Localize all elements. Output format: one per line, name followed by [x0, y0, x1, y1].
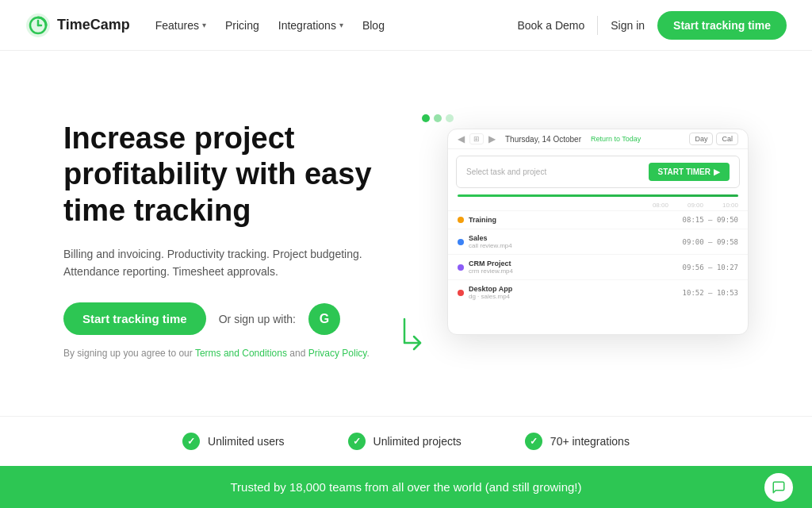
start-tracking-button[interactable]: Start tracking time — [63, 302, 206, 335]
sign-in-link[interactable]: Sign in — [611, 19, 645, 32]
feature-item-projects: ✓ Unlimited projects — [348, 433, 462, 450]
logo[interactable]: TimeCamp — [25, 13, 130, 38]
start-timer-button[interactable]: START TIMER ▶ — [649, 163, 730, 181]
table-row: CRM Project crm review.mp4 09:56 – 10:27 — [448, 254, 748, 279]
logo-text: TimeCamp — [57, 17, 130, 33]
check-icon-integrations: ✓ — [525, 433, 542, 450]
or-signup-text: Or sign up with: — [219, 313, 296, 325]
app-mockup: ◀ ⊞ ▶ Thursday, 14 October Return to Tod… — [447, 129, 749, 335]
table-row: Training 08:15 – 09:50 — [448, 210, 748, 229]
entry-color-dot — [458, 217, 464, 223]
chevron-down-icon-2: ▾ — [339, 21, 343, 29]
terms-link[interactable]: Terms and Conditions — [195, 348, 287, 359]
day-btn[interactable]: Day — [689, 133, 713, 145]
check-icon-users: ✓ — [182, 433, 200, 450]
deco-dots — [420, 113, 468, 124]
mockup-start-bar: Select task and project START TIMER ▶ — [456, 156, 740, 188]
table-row: Desktop App dg · sales.mp4 10:52 – 10:53 — [448, 279, 748, 305]
hero-section: Increase project profitability with easy… — [0, 51, 812, 416]
table-row: Sales call review.mp4 09:00 – 09:58 — [448, 229, 748, 254]
time-header: 08:00 09:00 10:00 — [448, 200, 748, 210]
navbar-left: TimeCamp Features ▾ Pricing Integrations… — [25, 13, 385, 38]
nav-integrations[interactable]: Integrations ▾ — [278, 19, 343, 32]
entry-color-dot — [458, 290, 464, 296]
cal-btn[interactable]: Cal — [716, 133, 738, 145]
mockup-toolbar: ◀ ⊞ ▶ Thursday, 14 October Return to Tod… — [448, 129, 748, 149]
entry-color-dot — [458, 264, 464, 271]
entry-color-dot — [458, 239, 464, 245]
hero-terms: By signing up you agree to our Terms and… — [63, 348, 396, 359]
mockup-date: Thursday, 14 October — [505, 135, 581, 144]
deco-arrow-icon — [396, 311, 428, 351]
google-signup-button[interactable]: G — [308, 303, 340, 335]
features-bar: ✓ Unlimited users ✓ Unlimited projects ✓… — [0, 416, 812, 466]
feature-label-users: Unlimited users — [208, 435, 284, 448]
svg-point-4 — [422, 114, 430, 122]
nav-blog[interactable]: Blog — [362, 19, 385, 32]
return-today-link[interactable]: Return to Today — [591, 135, 641, 143]
svg-point-5 — [434, 114, 442, 122]
banner-text: Trusted by 18,000 teams from all over th… — [231, 480, 582, 494]
feature-label-projects: Unlimited projects — [373, 435, 462, 448]
nav-pricing[interactable]: Pricing — [225, 19, 259, 32]
book-demo-link[interactable]: Book a Demo — [517, 19, 584, 32]
progress-bar — [458, 194, 738, 197]
feature-item-integrations: ✓ 70+ integrations — [525, 433, 630, 450]
hero-left: Increase project profitability with easy… — [63, 121, 396, 360]
svg-point-6 — [446, 114, 454, 122]
chevron-down-icon: ▾ — [202, 21, 206, 29]
navbar-right: Book a Demo Sign in Start tracking time — [517, 11, 787, 40]
hero-subtitle: Billing and invoicing. Productivity trac… — [63, 245, 396, 281]
nav-cta-button[interactable]: Start tracking time — [657, 11, 787, 40]
hero-title: Increase project profitability with easy… — [63, 121, 396, 229]
play-icon: ▶ — [714, 167, 720, 176]
feature-item-users: ✓ Unlimited users — [182, 433, 284, 450]
privacy-link[interactable]: Privacy Policy — [308, 348, 367, 359]
check-icon-projects: ✓ — [348, 433, 366, 450]
task-placeholder[interactable]: Select task and project — [466, 167, 546, 176]
feature-label-integrations: 70+ integrations — [550, 435, 630, 448]
chat-icon — [772, 480, 786, 495]
hero-actions: Start tracking time Or sign up with: G — [63, 302, 396, 335]
timecamp-logo-icon — [25, 13, 51, 38]
nav-features[interactable]: Features ▾ — [155, 19, 206, 32]
nav-links: Features ▾ Pricing Integrations ▾ Blog — [155, 19, 385, 32]
mockup-view-buttons: Day Cal — [689, 133, 738, 145]
chat-bubble-button[interactable] — [764, 473, 793, 502]
hero-right: ◀ ⊞ ▶ Thursday, 14 October Return to Tod… — [396, 113, 749, 367]
bottom-banner: Trusted by 18,000 teams from all over th… — [0, 466, 812, 508]
navbar: TimeCamp Features ▾ Pricing Integrations… — [0, 0, 812, 51]
nav-separator — [597, 16, 598, 35]
